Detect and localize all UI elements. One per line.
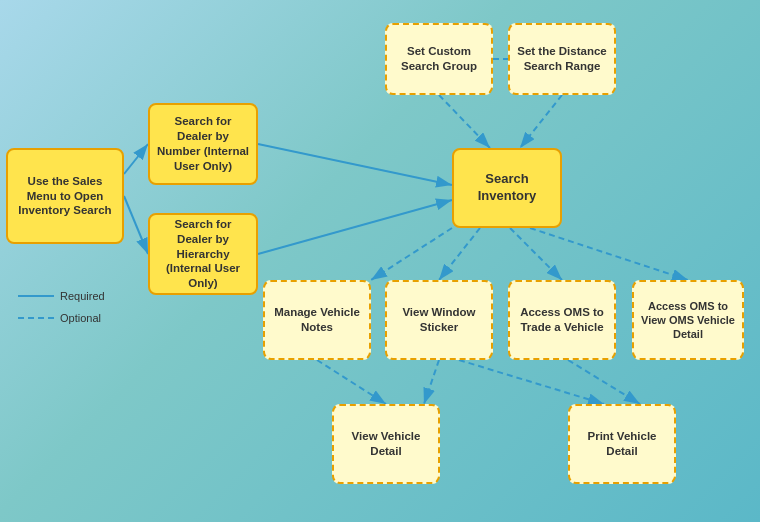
svg-line-13 xyxy=(459,360,604,404)
legend: Required Optional xyxy=(18,290,105,334)
svg-line-4 xyxy=(439,95,490,148)
svg-line-5 xyxy=(520,95,562,148)
legend-dashed-line xyxy=(18,317,54,319)
svg-line-3 xyxy=(258,200,452,254)
vehicle-detail-node: View Vehicle Detail xyxy=(332,404,440,484)
print-vehicle-node: Print Vehicle Detail xyxy=(568,404,676,484)
legend-required-label: Required xyxy=(60,290,105,302)
dealer-number-node: Search for Dealer by Number (Internal Us… xyxy=(148,103,258,185)
access-oms-node: Access OMS to View OMS Vehicle Detail xyxy=(632,280,744,360)
access-trade-node: Access OMS to Trade a Vehicle xyxy=(508,280,616,360)
svg-line-11 xyxy=(317,360,386,404)
svg-line-9 xyxy=(510,228,562,280)
dealer-hierarchy-node: Search for Dealer by Hierarchy (Internal… xyxy=(148,213,258,295)
svg-line-12 xyxy=(424,360,439,404)
search-inventory-node: Search Inventory xyxy=(452,148,562,228)
svg-line-7 xyxy=(371,228,452,280)
legend-optional-label: Optional xyxy=(60,312,101,324)
manage-vehicle-node: Manage Vehicle Notes xyxy=(263,280,371,360)
window-sticker-node: View Window Sticker xyxy=(385,280,493,360)
svg-line-1 xyxy=(124,196,148,254)
svg-line-0 xyxy=(124,144,148,174)
sales-menu-node: Use the Sales Menu to Open Inventory Sea… xyxy=(6,148,124,244)
svg-line-2 xyxy=(258,144,452,185)
svg-line-10 xyxy=(530,228,688,280)
svg-line-14 xyxy=(568,360,640,404)
svg-line-8 xyxy=(439,228,480,280)
custom-search-node: Set Custom Search Group xyxy=(385,23,493,95)
legend-solid-line xyxy=(18,295,54,297)
distance-range-node: Set the Distance Search Range xyxy=(508,23,616,95)
diagram-container: Use the Sales Menu to Open Inventory Sea… xyxy=(0,0,760,522)
